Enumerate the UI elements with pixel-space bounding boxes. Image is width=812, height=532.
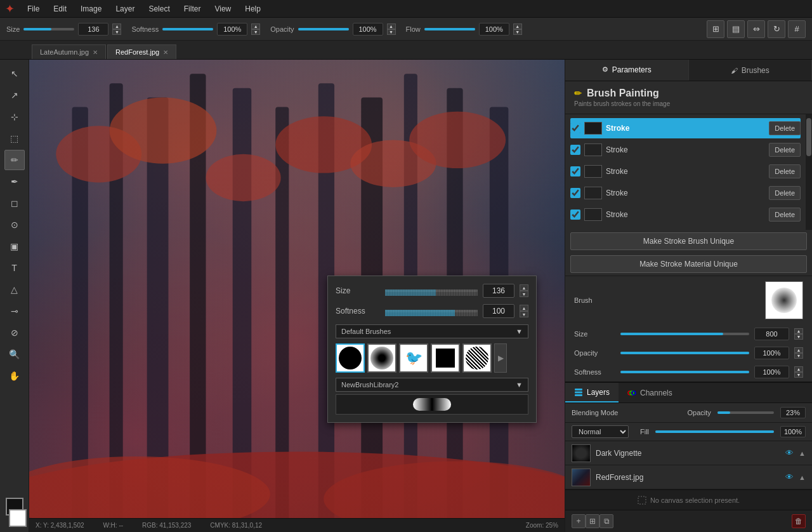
tool-eyedropper[interactable]: ⊘ [4,323,25,343]
opacity-up[interactable]: ▲ [387,23,396,29]
menu-file[interactable]: File [21,3,46,15]
delete-btn-3[interactable]: Delete [769,186,801,200]
param-opacity-up[interactable]: ▲ [794,347,803,353]
tab-layers[interactable]: Layers [565,383,619,402]
flow-slider-track[interactable] [424,28,475,30]
stroke-check-2[interactable] [570,166,580,176]
brush-library-header[interactable]: Default Brushes ▼ [336,324,528,338]
stroke-row-1[interactable]: Stroke Delete [570,140,801,160]
popup-size-down[interactable]: ▼ [520,291,528,297]
duplicate-layer-btn[interactable]: ⧉ [599,514,613,528]
layer-eye-red-forest[interactable]: 👁 [785,472,794,482]
opacity-down[interactable]: ▼ [387,29,396,35]
tool-select-contiguous[interactable]: ↗ [4,85,25,105]
fill-slider[interactable] [655,430,774,433]
delete-layer-btn[interactable]: 🗑 [792,514,806,528]
size-input[interactable] [78,23,108,36]
tool-brush[interactable]: ✏ [4,150,25,170]
tab-red-forest-close[interactable]: ✕ [163,49,168,56]
tool-measure[interactable]: ⊸ [4,301,25,321]
blending-mode-select[interactable]: Normal Multiply Screen Overlay [572,425,629,438]
brush-preview-box[interactable] [765,281,803,319]
popup-softness-input[interactable] [483,304,514,318]
brush-preset-scroll[interactable]: ▶ [494,343,507,373]
brush-preset-leaf[interactable]: 🐦 [399,343,428,373]
layer-item-red-forest[interactable]: RedForest.jpg 👁 ▲ [565,465,812,489]
menu-filter[interactable]: Filter [178,3,207,15]
layer-arrow-dark-vignette[interactable]: ▲ [799,449,806,457]
layer-item-dark-vignette[interactable]: Dark Vignette 👁 ▲ [565,441,812,465]
param-size-up[interactable]: ▲ [794,328,803,334]
tab-red-forest[interactable]: RedForest.jpg ✕ [107,44,176,59]
param-opacity-input[interactable] [754,347,789,359]
menu-edit[interactable]: Edit [47,3,73,15]
param-size-slider[interactable] [620,333,749,335]
menu-view[interactable]: View [208,3,237,15]
delete-btn-1[interactable]: Delete [769,143,801,157]
size-up[interactable]: ▲ [112,23,121,29]
brush-preset-textured[interactable] [462,343,492,373]
tab-late-autumn-close[interactable]: ✕ [93,49,98,56]
view-preset-btn[interactable]: ⊞ [707,20,724,38]
popup-size-slider[interactable] [385,289,478,292]
flow-input[interactable] [479,23,509,36]
softness-down[interactable]: ▼ [251,29,260,35]
tab-parameters[interactable]: ⚙ Parameters [565,60,689,81]
menu-layer[interactable]: Layer [109,3,141,15]
tool-smudge[interactable]: ⊙ [4,215,25,235]
stroke-row-2[interactable]: Stroke Delete [570,161,801,182]
param-softness-up[interactable]: ▲ [794,366,803,372]
softness-up[interactable]: ▲ [251,23,260,29]
make-stroke-brush-unique-btn[interactable]: Make Stroke Brush Unique [570,232,807,250]
stroke-row-4[interactable]: Stroke Delete [570,204,801,225]
tool-eraser[interactable]: ◻ [4,193,25,213]
stroke-scrollbar-thumb[interactable] [806,118,811,156]
delete-btn-2[interactable]: Delete [769,164,801,178]
param-softness-input[interactable] [754,366,789,378]
canvas-area[interactable]: Size ▲ ▼ Softness ▲ [29,60,565,532]
popup-size-input[interactable] [483,284,514,298]
popup-softness-slider[interactable] [385,310,478,312]
tool-crop[interactable]: ⊹ [4,107,25,127]
tab-channels[interactable]: Channels [619,383,681,402]
fill-value[interactable] [780,426,806,437]
param-opacity-slider[interactable] [620,352,749,354]
flow-up[interactable]: ▲ [513,23,522,29]
second-library-arrow[interactable]: ▼ [516,381,523,389]
menu-select[interactable]: Select [142,3,176,15]
brush-preset-square[interactable] [431,343,460,373]
brush-preset-soft[interactable] [367,343,396,373]
softness-slider-track[interactable] [162,28,213,30]
stroke-check-3[interactable] [570,188,580,198]
tool-zoom[interactable]: 🔍 [4,344,25,364]
popup-size-up[interactable]: ▲ [520,284,528,291]
tool-gradient[interactable]: ▣ [4,236,25,256]
opacity-value[interactable] [780,407,806,418]
opacity-input[interactable] [353,23,383,36]
param-softness-down[interactable]: ▼ [794,372,803,378]
second-library-header[interactable]: NewBrushLibrary2 ▼ [336,378,528,392]
brush-library-arrow[interactable]: ▼ [516,328,523,335]
size-slider-track[interactable] [23,28,74,30]
flow-down[interactable]: ▼ [513,29,522,35]
brush-preset-solid[interactable] [336,343,365,373]
popup-softness-down[interactable]: ▼ [520,311,528,317]
tab-late-autumn[interactable]: LateAutumn.jpg ✕ [32,44,106,59]
mirror-btn[interactable]: ⇔ [747,20,765,38]
stroke-row-3[interactable]: Stroke Delete [570,183,801,203]
opacity-slider[interactable] [717,411,774,414]
tool-text[interactable]: T [4,258,25,278]
stroke-check-0[interactable] [570,123,580,133]
size-down[interactable]: ▼ [112,29,121,35]
stroke-check-4[interactable] [570,209,580,220]
param-size-input[interactable] [754,328,789,340]
tool-lasso[interactable]: ⬚ [4,128,25,149]
param-opacity-down[interactable]: ▼ [794,353,803,359]
tool-select-arrow[interactable]: ↖ [4,63,25,84]
delete-btn-0[interactable]: Delete [769,121,801,135]
delete-btn-4[interactable]: Delete [769,208,801,222]
softness-input[interactable] [217,23,247,36]
wrap-btn[interactable]: ↻ [768,20,785,38]
menu-image[interactable]: Image [74,3,108,15]
tool-shape[interactable]: △ [4,279,25,300]
